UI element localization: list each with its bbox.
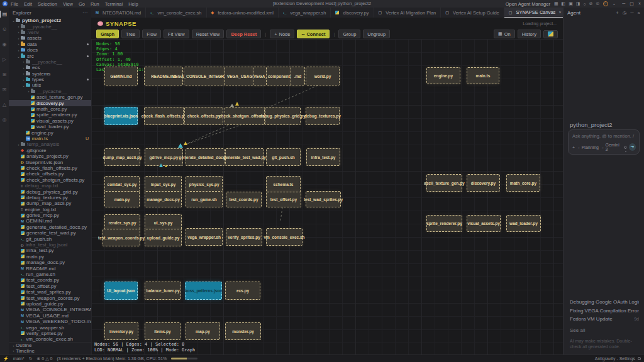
graph-node-ui_layout-json[interactable]: UI_layout.json: [104, 282, 138, 300]
tree-item-utils[interactable]: ⌄utils: [9, 82, 91, 88]
tab-vega_wrapper-sh[interactable]: ›_vega_wrapper.sh: [279, 8, 331, 18]
Reset View-button[interactable]: Reset View: [192, 30, 225, 38]
minimize-icon[interactable]: ─: [622, 1, 625, 6]
tab-vm_console_exec-sh[interactable]: ›_vm_console_exec.sh: [146, 8, 206, 18]
panel-right-icon[interactable]: ◨: [576, 1, 580, 6]
Node-button[interactable]: +Node: [270, 30, 294, 38]
tree-item-data[interactable]: ›data: [9, 41, 91, 47]
graph-node-engine-py[interactable]: engine.py: [426, 67, 460, 84]
tree-item-vega_wrapper.sh[interactable]: ›_vega_wrapper.sh: [9, 324, 91, 330]
attach-plus-icon[interactable]: +: [572, 145, 575, 150]
graph-node-physics_sys-py[interactable]: physics_sys.py: [186, 176, 223, 193]
graph-node-git_push-sh[interactable]: git_push.sh: [266, 148, 301, 166]
antigravity-settings-label[interactable]: Antigravity - Settings: [595, 356, 635, 361]
tree-item-debug_map.txt[interactable]: ≡debug_map.txt: [9, 183, 91, 189]
chevron-down-icon[interactable]: ⌄: [612, 1, 616, 6]
tree-item-__pycache__[interactable]: ›__pycache__: [9, 23, 91, 29]
tree-item-src[interactable]: ⌄src: [9, 53, 91, 58]
graph-node-sprite_renderer-py[interactable]: sprite_renderer.py: [426, 215, 462, 232]
customize-layout-icon[interactable]: ▦: [554, 1, 558, 6]
tree-item-__pycache__[interactable]: ›__pycache__: [9, 59, 91, 65]
Graph-button[interactable]: Graph: [96, 30, 119, 38]
tree-item-infra_test_log.jsonl[interactable]: {}infra_test_log.jsonl: [9, 242, 91, 248]
graph-node-map-py[interactable]: map.py: [186, 322, 220, 340]
panel-bottom-icon[interactable]: ▣: [569, 1, 573, 6]
tree-item-GEMINI.md[interactable]: MGEMINI.md: [9, 218, 91, 224]
Group-button[interactable]: Group: [338, 30, 360, 38]
planning-dropdown[interactable]: ⌄Planning: [577, 145, 599, 150]
graph-node-verify_sprites-py[interactable]: verify_sprites.py: [226, 228, 262, 246]
tree-item-math_core.py[interactable]: math_core.py: [9, 106, 91, 112]
tree-item-check_flash_offsets.py[interactable]: check_flash_offsets.py: [9, 165, 91, 171]
tree-item-test_wad_sprites.py[interactable]: test_wad_sprites.py: [9, 289, 91, 295]
tree-item-visual_assets.py[interactable]: visual_assets.py: [9, 118, 91, 124]
tree-item-main.py[interactable]: main.py: [9, 254, 91, 260]
tree-item-main.ts[interactable]: TSmain.tsU: [9, 136, 91, 141]
tree-item-vm_console_exec.sh[interactable]: ›_vm_console_exec.sh: [9, 336, 91, 342]
tree-item-verify_sprites.py[interactable]: verify_sprites.py: [9, 331, 91, 336]
collapse-icon[interactable]: ─: [630, 10, 633, 16]
tree-item-python_project2[interactable]: ⌄python_project2: [9, 18, 91, 23]
tree-item-infra_test.py[interactable]: infra_test.py: [9, 248, 91, 253]
graph-node-world-py[interactable]: world.py: [306, 67, 340, 85]
graph-node-check_shotgun_offsets-py[interactable]: check_shotgun_offsets.py: [225, 107, 265, 125]
graph-node-generate_test_wad-py[interactable]: generate_test_wad.py: [225, 148, 264, 166]
tree-item-sprite_renderer.py[interactable]: sprite_renderer.py: [9, 112, 91, 118]
graph-node-check_flash_offsets-py[interactable]: check_flash_offsets.py: [144, 107, 184, 125]
tree-item-discovery.py[interactable]: discovery.py: [9, 100, 91, 106]
On-button[interactable]: ▦On: [494, 30, 515, 38]
tree-item-blueprint.vis.json[interactable]: {}blueprint.vis.json: [9, 159, 91, 165]
tree-item-upload_guide.py[interactable]: upload_guide.py: [9, 301, 91, 307]
graph-node-inventory-py[interactable]: inventory.py: [104, 322, 138, 340]
settings-icon[interactable]: ⊙: [596, 1, 600, 6]
tree-item-debug_physics_grid.py[interactable]: debug_physics_grid.py: [9, 189, 91, 194]
graph-node-vega_console_integration[interactable]: VEGA_CONSOLE_INTEGRATION: [184, 67, 225, 85]
tree-item-debug_textures.py[interactable]: debug_textures.py: [9, 195, 91, 200]
do-not-disturb-icon[interactable]: ⊘: [589, 1, 593, 6]
activitybar-source-control-icon[interactable]: ◉: [0, 41, 9, 48]
graph-node-main-py[interactable]: main.py: [104, 191, 140, 207]
tab-synapse-canvas[interactable]: ▢SYNAPSE Canvas×: [504, 8, 563, 18]
graph-node-upload_guide-py[interactable]: upload_guide.py: [145, 229, 182, 246]
menu-selection[interactable]: Selection: [38, 1, 57, 7]
history-icon[interactable]: ◷: [623, 10, 627, 16]
menu-file[interactable]: File: [11, 1, 18, 7]
tree-item-ecs[interactable]: ›ecs: [9, 65, 91, 70]
graph-node-visual_assets-py[interactable]: visual_assets.py: [467, 215, 501, 232]
statusbar-problems[interactable]: ⊗ 0 △ 0: [37, 356, 53, 361]
graph-node-ecs-py[interactable]: ecs.py: [225, 282, 260, 300]
Fit View-button[interactable]: Fit View: [164, 30, 189, 38]
graph-node-run_game-sh[interactable]: run_game.sh: [186, 191, 223, 207]
menu-edit[interactable]: Edit: [24, 1, 32, 7]
tree-item-assets[interactable]: ›assets: [9, 35, 91, 41]
tree-item-docs[interactable]: ›docs: [9, 47, 91, 53]
activitybar-explorer-icon[interactable]: ▤: [0, 11, 9, 18]
activitybar-testing-icon[interactable]: △: [0, 101, 9, 108]
graph-node-gdrive_mcp-py[interactable]: gdrive_mcp.py: [145, 148, 183, 166]
tree-item-VEGA_USAGE.md[interactable]: MVEGA_USAGE.md: [9, 313, 91, 319]
activitybar-search-icon[interactable]: ⊙: [0, 26, 9, 33]
tree-item-.venv[interactable]: ›.venv: [9, 30, 91, 35]
conversation-item[interactable]: Debugging Google OAuth Login9d: [570, 298, 639, 307]
graph-node-generate_detailed_docs-py[interactable]: generate_detailed_docs.py: [186, 148, 225, 166]
bell-icon[interactable]: [638, 357, 641, 360]
search-icon[interactable]: ○: [583, 2, 586, 6]
close-icon[interactable]: ×: [558, 10, 561, 14]
graph-node-test_offset-py[interactable]: test_offset.py: [266, 192, 301, 207]
tree-item-VEGA_CONSOLE_INTEGRATION.md[interactable]: MVEGA_CONSOLE_INTEGRATION.md: [9, 307, 91, 312]
tree-item-analyze_project.py[interactable]: analyze_project.py: [9, 153, 91, 159]
graph-node-dump_map_ascii-py[interactable]: dump_map_ascii.py: [104, 148, 140, 166]
graph-node-wad_loader-py[interactable]: wad_loader.py: [506, 215, 541, 232]
History-button[interactable]: History: [518, 30, 541, 38]
graph-node-manage_docs-py[interactable]: manage_docs.py: [145, 191, 182, 207]
agent-input[interactable]: Ask anything. @ to mention. / for workfl…: [572, 133, 635, 139]
avatar[interactable]: [603, 1, 608, 6]
conversation-item[interactable]: Fixing VEGA Compilation Errors9d: [570, 307, 639, 315]
graph-node-vega_wrapper-sh[interactable]: vega_wrapper.sh: [186, 228, 223, 246]
tree-item-systems[interactable]: ›systems: [9, 71, 91, 77]
tree-item-generate_detailed_docs.py[interactable]: generate_detailed_docs.py: [9, 224, 91, 230]
tree-item-engine.py[interactable]: engine.py: [9, 129, 91, 135]
tree-item-engine_log.txt[interactable]: ≡engine_log.txt: [9, 207, 91, 212]
graph-node-test_coords-py[interactable]: test_coords.py: [226, 192, 262, 207]
graph-node-discovery-py[interactable]: discovery.py: [467, 174, 500, 192]
